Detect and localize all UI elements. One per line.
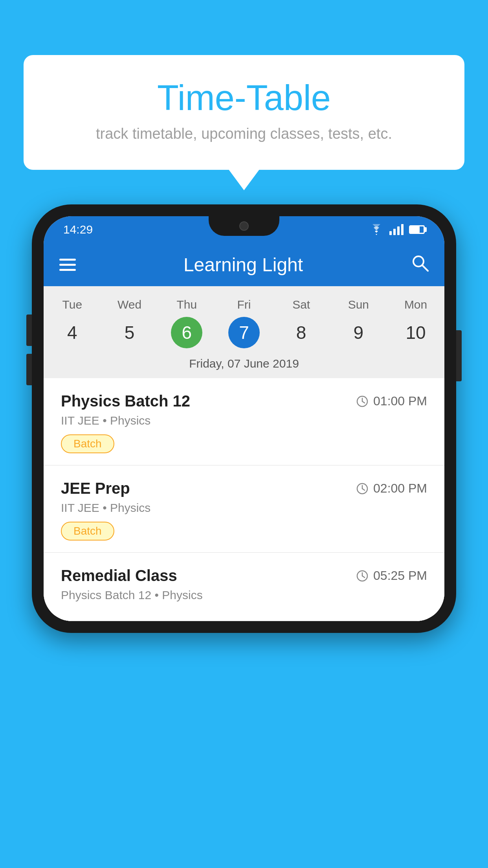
phone-screen: 14:29 bbox=[44, 216, 444, 621]
day-number: 5 bbox=[114, 317, 145, 348]
clock-icon bbox=[356, 570, 369, 582]
batch-badge: Batch bbox=[61, 434, 114, 453]
schedule-title: Remedial Class bbox=[61, 567, 177, 585]
schedule-subtitle: Physics Batch 12 • Physics bbox=[61, 588, 427, 602]
wifi-icon bbox=[369, 224, 384, 235]
schedule-title: Physics Batch 12 bbox=[61, 392, 190, 410]
schedule-item-header: Remedial Class05:25 PM bbox=[61, 567, 427, 585]
day-col-sat[interactable]: Sat8 bbox=[274, 298, 329, 348]
status-time: 14:29 bbox=[63, 223, 93, 236]
schedule-subtitle: IIT JEE • Physics bbox=[61, 414, 427, 427]
schedule-list: Physics Batch 1201:00 PMIIT JEE • Physic… bbox=[44, 378, 444, 621]
status-icons bbox=[369, 224, 425, 235]
app-bar: Learning Light bbox=[44, 243, 444, 286]
batch-badge: Batch bbox=[61, 522, 114, 541]
power-button[interactable] bbox=[456, 330, 462, 381]
bubble-subtitle: track timetable, upcoming classes, tests… bbox=[55, 125, 433, 142]
svg-line-14 bbox=[362, 576, 365, 577]
phone-outer: 14:29 bbox=[32, 204, 456, 633]
day-number: 10 bbox=[400, 317, 431, 348]
menu-line-1 bbox=[59, 259, 76, 261]
schedule-time: 02:00 PM bbox=[356, 481, 427, 496]
day-number: 8 bbox=[286, 317, 317, 348]
day-name: Tue bbox=[62, 298, 83, 311]
day-name: Thu bbox=[176, 298, 197, 311]
phone-wrapper: 14:29 bbox=[32, 204, 456, 633]
day-col-tue[interactable]: Tue4 bbox=[45, 298, 100, 348]
svg-rect-2 bbox=[397, 226, 400, 235]
schedule-item-header: JEE Prep02:00 PM bbox=[61, 480, 427, 497]
day-col-mon[interactable]: Mon10 bbox=[388, 298, 443, 348]
day-col-fri[interactable]: Fri7 bbox=[216, 298, 272, 348]
schedule-time: 05:25 PM bbox=[356, 568, 427, 583]
clock-icon bbox=[356, 482, 369, 495]
volume-up-button[interactable] bbox=[26, 314, 32, 346]
day-number: 9 bbox=[343, 317, 374, 348]
menu-icon[interactable] bbox=[59, 259, 76, 271]
svg-rect-3 bbox=[401, 224, 404, 235]
schedule-title: JEE Prep bbox=[61, 480, 130, 497]
svg-line-5 bbox=[422, 265, 428, 271]
day-name: Wed bbox=[117, 298, 141, 311]
day-number: 7 bbox=[228, 317, 260, 348]
schedule-item[interactable]: JEE Prep02:00 PMIIT JEE • PhysicsBatch bbox=[44, 465, 444, 553]
svg-line-11 bbox=[362, 489, 365, 490]
schedule-item[interactable]: Physics Batch 1201:00 PMIIT JEE • Physic… bbox=[44, 378, 444, 465]
day-name: Sat bbox=[292, 298, 310, 311]
svg-rect-0 bbox=[389, 231, 392, 235]
svg-rect-1 bbox=[393, 229, 396, 235]
clock-icon bbox=[356, 395, 369, 408]
day-col-thu[interactable]: Thu6 bbox=[159, 298, 214, 348]
day-col-wed[interactable]: Wed5 bbox=[102, 298, 157, 348]
day-number: 6 bbox=[171, 317, 202, 348]
menu-line-3 bbox=[59, 269, 76, 271]
week-days-row: Tue4Wed5Thu6Fri7Sat8Sun9Mon10 bbox=[44, 294, 444, 351]
app-bar-title: Learning Light bbox=[92, 254, 395, 276]
selected-date-label: Friday, 07 June 2019 bbox=[44, 351, 444, 378]
battery-icon bbox=[409, 225, 425, 234]
calendar-week: Tue4Wed5Thu6Fri7Sat8Sun9Mon10 Friday, 07… bbox=[44, 286, 444, 378]
search-icon[interactable] bbox=[411, 254, 429, 276]
front-camera bbox=[239, 221, 249, 231]
speech-bubble: Time-Table track timetable, upcoming cla… bbox=[24, 55, 464, 170]
day-name: Mon bbox=[404, 298, 427, 311]
schedule-item-header: Physics Batch 1201:00 PM bbox=[61, 392, 427, 410]
svg-line-8 bbox=[362, 401, 365, 403]
signal-icon bbox=[389, 224, 404, 235]
schedule-time: 01:00 PM bbox=[356, 394, 427, 408]
day-name: Sun bbox=[348, 298, 369, 311]
day-number: 4 bbox=[57, 317, 88, 348]
day-name: Fri bbox=[237, 298, 251, 311]
speech-bubble-container: Time-Table track timetable, upcoming cla… bbox=[24, 55, 464, 170]
schedule-subtitle: IIT JEE • Physics bbox=[61, 501, 427, 515]
day-col-sun[interactable]: Sun9 bbox=[331, 298, 386, 348]
menu-line-2 bbox=[59, 264, 76, 266]
phone-notch bbox=[209, 216, 279, 236]
schedule-item[interactable]: Remedial Class05:25 PMPhysics Batch 12 •… bbox=[44, 553, 444, 621]
volume-down-button[interactable] bbox=[26, 354, 32, 385]
bubble-title: Time-Table bbox=[55, 79, 433, 118]
